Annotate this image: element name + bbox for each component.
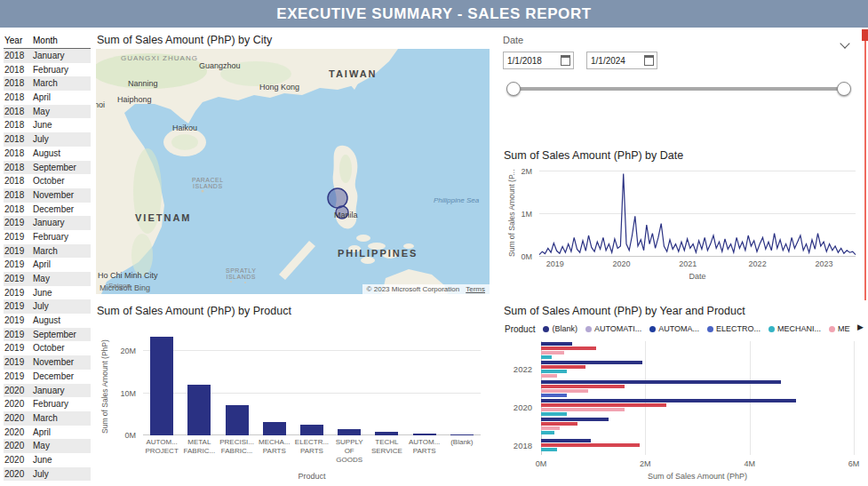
right-scrollbar-thumb[interactable]	[862, 29, 868, 41]
legend-scroll-right-icon[interactable]: ▶	[857, 323, 864, 331]
table-row[interactable]: 2020April	[4, 426, 91, 440]
year-group-2022	[541, 360, 854, 378]
bar-2021-2[interactable]	[541, 385, 625, 388]
table-row[interactable]: 2019September	[4, 328, 91, 342]
table-row[interactable]: 2018April	[4, 91, 91, 105]
table-cell: 2020	[4, 453, 33, 467]
bar-2023-3[interactable]	[541, 351, 564, 355]
bar-2021-1[interactable]	[541, 380, 781, 384]
terms-link[interactable]: Terms	[466, 285, 485, 293]
table-cell: July	[33, 467, 91, 482]
table-row[interactable]: 2020January	[4, 384, 91, 398]
table-row[interactable]: 2020May	[4, 439, 91, 453]
line-plot-area[interactable]	[539, 171, 856, 257]
bar-2018-2[interactable]	[541, 443, 640, 447]
bar-2022-3[interactable]	[541, 370, 567, 373]
slider-handle-start[interactable]	[506, 82, 521, 96]
table-row[interactable]: 2019July	[4, 299, 91, 314]
bar-2022-1[interactable]	[541, 361, 642, 364]
table-row[interactable]: 2018June	[4, 118, 91, 132]
end-date-input[interactable]	[587, 56, 644, 66]
bar-plot-area[interactable]	[143, 332, 481, 435]
table-row[interactable]: 2019December	[4, 370, 91, 384]
table-row[interactable]: 2019October	[4, 341, 91, 355]
legend-item-3[interactable]: AUTOMA...	[649, 324, 699, 333]
date-range-slider[interactable]	[509, 82, 848, 96]
legend-items: (Blank)AUTOMATI...AUTOMA...ELECTRO...MEC…	[543, 324, 850, 333]
bar-2018-3[interactable]	[541, 448, 557, 451]
table-row[interactable]: 2018August	[4, 147, 91, 161]
legend-item-6[interactable]: METAL F...	[829, 324, 850, 333]
table-row[interactable]: 2020June	[4, 453, 91, 467]
table-row[interactable]: 2018September	[4, 161, 91, 175]
table-row[interactable]: 2018December	[4, 203, 91, 217]
start-date-input[interactable]	[504, 56, 561, 66]
table-row[interactable]: 2020February	[4, 397, 91, 411]
bar-1[interactable]	[150, 337, 173, 435]
bar-2023-2[interactable]	[541, 347, 596, 350]
bar-2021-3[interactable]	[541, 389, 588, 393]
table-cell: 2020	[4, 467, 33, 482]
bar-2021-4[interactable]	[541, 394, 567, 397]
table-row[interactable]: 2020July	[4, 467, 91, 482]
slider-track[interactable]	[509, 87, 848, 91]
table-cell: March	[33, 244, 91, 259]
bar-2020-2[interactable]	[541, 403, 666, 407]
table-row[interactable]: 2019March	[4, 244, 91, 259]
bar-2[interactable]	[187, 385, 211, 435]
bar-2018-1[interactable]	[541, 439, 591, 442]
table-row[interactable]: 2018January	[4, 49, 91, 63]
table-row[interactable]: 2020March	[4, 411, 91, 426]
sales-line-series[interactable]	[539, 173, 856, 254]
bar-2022-4[interactable]	[541, 374, 557, 378]
category-label: AUTOM... PROJECT	[143, 438, 180, 465]
legend-item-5[interactable]: MECHANI...	[768, 324, 821, 333]
column-header-month[interactable]: Month	[33, 36, 91, 45]
table-row[interactable]: 2019November	[4, 355, 91, 370]
x-axis-tick: 2021	[679, 259, 697, 268]
bar-2023-4[interactable]	[541, 355, 552, 359]
table-row[interactable]: 2018October	[4, 174, 91, 188]
table-row[interactable]: 2019May	[4, 272, 91, 286]
bar-2023-1[interactable]	[541, 342, 572, 346]
table-row[interactable]: 2018March	[4, 76, 91, 91]
bar-2020-3[interactable]	[541, 408, 625, 411]
map-viewport[interactable]: GUANGXI ZHUANGGuangzhouNanningHong KongT…	[96, 49, 490, 294]
legend-item-4[interactable]: ELECTRO...	[707, 324, 760, 333]
table-row[interactable]: 2019June	[4, 286, 91, 300]
bar-5[interactable]	[300, 425, 323, 435]
bar-3[interactable]	[226, 405, 249, 435]
bar-9[interactable]	[450, 434, 474, 435]
bar-2022-2[interactable]	[541, 365, 585, 369]
table-row[interactable]: 2018February	[4, 63, 91, 77]
table-row[interactable]: 2019February	[4, 230, 91, 244]
legend-item-1[interactable]: (Blank)	[543, 324, 577, 333]
bar-2019-2[interactable]	[541, 422, 577, 426]
table-row[interactable]: 2018July	[4, 132, 91, 147]
column-header-year[interactable]: Year	[4, 36, 33, 45]
legend-item-2[interactable]: AUTOMATI...	[585, 324, 641, 333]
legend-label: AUTOMA...	[658, 324, 699, 333]
legend-dot	[543, 326, 549, 332]
table-row[interactable]: 2018May	[4, 105, 91, 119]
bar-2019-3[interactable]	[541, 426, 560, 430]
calendar-icon[interactable]	[561, 55, 570, 66]
bar-2020-1[interactable]	[541, 399, 796, 402]
bar-8[interactable]	[413, 434, 436, 435]
table-cell: October	[33, 174, 91, 188]
map-label: Haiphong	[117, 95, 152, 104]
hbar-plot-area[interactable]	[541, 341, 854, 455]
table-row[interactable]: 2019January	[4, 216, 91, 230]
bar-4[interactable]	[263, 422, 286, 435]
bar-6[interactable]	[338, 429, 361, 435]
slider-handle-end[interactable]	[837, 82, 851, 96]
bar-2020-4[interactable]	[541, 412, 567, 416]
bar-7[interactable]	[375, 432, 398, 435]
line-series-canvas[interactable]	[539, 171, 856, 257]
table-row[interactable]: 2019August	[4, 314, 91, 328]
bar-2019-4[interactable]	[541, 431, 554, 434]
table-row[interactable]: 2019April	[4, 258, 91, 272]
table-row[interactable]: 2018November	[4, 188, 91, 203]
calendar-icon[interactable]	[644, 55, 654, 66]
bar-2019-1[interactable]	[541, 418, 609, 421]
